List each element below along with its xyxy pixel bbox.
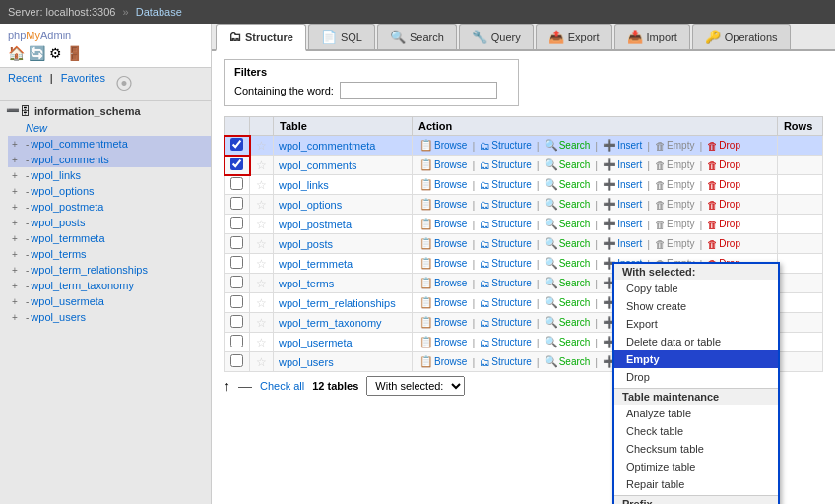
sidebar-item-wpol_links[interactable]: + - wpol_links: [8, 167, 211, 183]
action-btn-structure[interactable]: 🗂Structure: [478, 158, 534, 172]
action-btn-insert[interactable]: ➕Insert: [601, 177, 644, 192]
context-menu-item-optimize-table[interactable]: Optimize table: [614, 458, 778, 475]
table-link[interactable]: wpol_users: [31, 311, 86, 323]
home-icon[interactable]: 🏠: [8, 45, 25, 61]
sidebar-item-wpol_commentmeta[interactable]: + - wpol_commentmeta: [8, 136, 211, 152]
context-menu-item-repair-table[interactable]: Repair table: [614, 475, 778, 493]
action-btn-browse[interactable]: 📋Browse: [418, 256, 469, 271]
context-menu-item-analyze-table[interactable]: Analyze table: [614, 405, 778, 422]
context-menu-item-checksum-table[interactable]: Checksum table: [614, 440, 778, 458]
action-btn-insert[interactable]: ➕Insert: [601, 138, 644, 153]
action-btn-search[interactable]: 🔍Search: [543, 256, 593, 271]
table-name-link[interactable]: wpol_term_taxonomy: [279, 317, 382, 329]
row-checkbox[interactable]: [230, 236, 243, 249]
action-btn-browse[interactable]: 📋Browse: [418, 197, 469, 212]
row-checkbox[interactable]: [230, 295, 243, 308]
tab-import[interactable]: 📥 Import: [614, 24, 690, 49]
action-btn-structure[interactable]: 🗂Structure: [478, 139, 534, 153]
row-checkbox[interactable]: [230, 158, 243, 170]
action-btn-search[interactable]: 🔍Search: [543, 158, 593, 172]
sidebar-item-new[interactable]: New: [8, 120, 211, 136]
action-btn-browse[interactable]: 📋Browse: [418, 295, 469, 310]
tab-structure[interactable]: 🗂 Structure: [216, 24, 306, 51]
action-btn-structure[interactable]: 🗂Structure: [478, 296, 534, 310]
table-name-link[interactable]: wpol_comments: [279, 159, 356, 171]
table-link[interactable]: wpol_links: [31, 169, 81, 181]
action-btn-browse[interactable]: 📋Browse: [418, 335, 469, 349]
table-link[interactable]: wpol_terms: [31, 248, 86, 260]
table-name-link[interactable]: wpol_users: [279, 356, 334, 368]
action-btn-empty[interactable]: 🗑Empty: [653, 158, 696, 172]
action-btn-structure[interactable]: 🗂Structure: [478, 237, 534, 251]
action-btn-empty[interactable]: 🗑Empty: [653, 178, 696, 192]
action-btn-drop[interactable]: 🗑Drop: [705, 178, 742, 192]
row-checkbox[interactable]: [230, 354, 243, 367]
star-icon[interactable]: ☆: [256, 158, 267, 172]
action-btn-drop[interactable]: 🗑Drop: [705, 237, 742, 251]
action-btn-empty[interactable]: 🗑Empty: [653, 237, 696, 251]
action-btn-search[interactable]: 🔍Search: [543, 138, 593, 153]
action-btn-search[interactable]: 🔍Search: [543, 315, 593, 330]
sidebar-item-wpol_options[interactable]: + - wpol_options: [8, 183, 211, 199]
action-btn-drop[interactable]: 🗑Drop: [705, 198, 742, 212]
table-name-link[interactable]: wpol_options: [279, 199, 342, 211]
action-btn-browse[interactable]: 📋Browse: [418, 158, 469, 172]
action-btn-search[interactable]: 🔍Search: [543, 197, 593, 212]
table-name-link[interactable]: wpol_postmeta: [279, 219, 352, 230]
action-btn-drop[interactable]: 🗑Drop: [705, 158, 742, 172]
sidebar-item-wpol_posts[interactable]: + - wpol_posts: [8, 215, 211, 230]
context-menu-item-copy-table[interactable]: Copy table: [614, 280, 778, 297]
star-icon[interactable]: ☆: [256, 218, 267, 231]
action-btn-search[interactable]: 🔍Search: [543, 276, 593, 290]
db-expand-icon[interactable]: ➖: [6, 104, 20, 117]
star-icon[interactable]: ☆: [256, 316, 267, 330]
action-btn-search[interactable]: 🔍Search: [543, 335, 593, 349]
action-btn-browse[interactable]: 📋Browse: [418, 354, 469, 369]
action-btn-empty[interactable]: 🗑Empty: [653, 139, 696, 153]
table-link[interactable]: wpol_term_relationships: [31, 264, 148, 276]
table-link[interactable]: wpol_options: [31, 185, 94, 197]
action-btn-insert[interactable]: ➕Insert: [601, 158, 644, 172]
star-icon[interactable]: ☆: [256, 296, 267, 310]
action-btn-search[interactable]: 🔍Search: [543, 217, 593, 231]
action-btn-structure[interactable]: 🗂Structure: [478, 316, 534, 330]
star-icon[interactable]: ☆: [256, 198, 267, 212]
sidebar-item-wpol_term_taxonomy[interactable]: + - wpol_term_taxonomy: [8, 278, 211, 293]
row-checkbox[interactable]: [230, 138, 243, 151]
table-name-link[interactable]: wpol_termmeta: [279, 258, 353, 270]
table-name-link[interactable]: wpol_usermeta: [279, 337, 353, 348]
table-link[interactable]: wpol_usermeta: [31, 295, 104, 307]
table-link[interactable]: wpol_termmeta: [31, 232, 104, 244]
action-btn-structure[interactable]: 🗂Structure: [478, 178, 534, 192]
table-link[interactable]: wpol_comments: [31, 154, 108, 165]
action-btn-structure[interactable]: 🗂Structure: [478, 277, 534, 290]
action-btn-insert[interactable]: ➕Insert: [601, 236, 644, 251]
action-btn-browse[interactable]: 📋Browse: [418, 217, 469, 231]
table-name-link[interactable]: wpol_term_relationships: [279, 297, 396, 309]
context-menu-item-export[interactable]: Export: [614, 315, 778, 333]
db-header[interactable]: ➖ 🗄 information_schema: [0, 101, 211, 120]
tab-operations[interactable]: 🔑 Operations: [692, 24, 791, 49]
tab-query[interactable]: 🔧 Query: [459, 24, 534, 49]
with-selected-dropdown[interactable]: With selected:: [366, 376, 465, 396]
action-btn-structure[interactable]: 🗂Structure: [478, 257, 534, 271]
tab-search[interactable]: 🔍 Search: [377, 24, 457, 49]
star-icon[interactable]: ☆: [256, 139, 267, 153]
database-link[interactable]: Database: [136, 6, 182, 18]
scroll-dot[interactable]: ⦿: [113, 72, 135, 96]
star-icon[interactable]: ☆: [256, 178, 267, 192]
action-btn-search[interactable]: 🔍Search: [543, 295, 593, 310]
row-checkbox[interactable]: [230, 315, 243, 328]
table-link[interactable]: wpol_term_taxonomy: [31, 280, 134, 291]
action-btn-browse[interactable]: 📋Browse: [418, 276, 469, 290]
action-btn-structure[interactable]: 🗂Structure: [478, 218, 534, 231]
table-name-link[interactable]: wpol_terms: [279, 278, 334, 289]
action-btn-browse[interactable]: 📋Browse: [418, 315, 469, 330]
action-btn-browse[interactable]: 📋Browse: [418, 236, 469, 251]
settings-icon[interactable]: ⚙: [49, 45, 62, 61]
minus-button[interactable]: —: [238, 378, 252, 394]
table-name-link[interactable]: wpol_commentmeta: [279, 140, 375, 152]
star-icon[interactable]: ☆: [256, 277, 267, 290]
action-btn-browse[interactable]: 📋Browse: [418, 138, 469, 153]
refresh-icon[interactable]: 🔄: [29, 45, 45, 61]
